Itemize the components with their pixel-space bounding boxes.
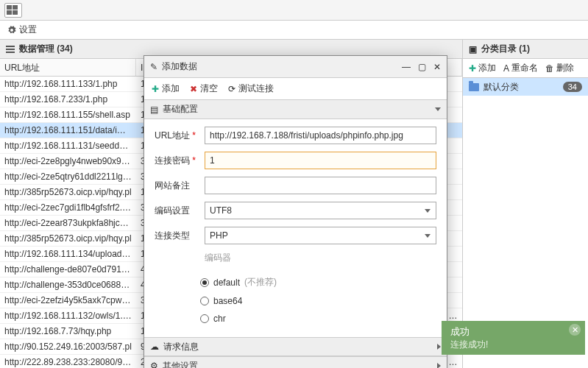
cell-url: http://challenge-353d0ce0688ff1b	[0, 278, 136, 291]
settings-bar: 设置	[0, 21, 588, 40]
cell-url: http://192.168.111.132/owls/1.ph	[0, 309, 136, 322]
cell-url: http://challenge-de807e0d791db4	[0, 263, 136, 276]
right-panel-header: ▣ 分类目录 (1)	[463, 40, 588, 59]
section-other-settings[interactable]: ⚙其他设置	[144, 356, 447, 368]
lbl-note: 网站备注	[155, 180, 199, 192]
lbl-pwd: 连接密码 *	[155, 155, 199, 167]
spinner-icon: ⟳	[228, 84, 235, 94]
radio-default[interactable]: default (不推荐)	[200, 276, 436, 289]
cell-url: http://eci-2zear873ukpkfa8hjcdj.c	[0, 216, 136, 230]
cell-url: http://192.168.111.131/seeddms5	[0, 139, 136, 152]
encoding-select[interactable]	[205, 202, 436, 219]
lbl-enc: 编码设置	[155, 205, 199, 217]
radio-chr[interactable]: chr	[200, 314, 436, 324]
gear-icon	[7, 26, 16, 35]
chevron-right-icon	[437, 363, 441, 368]
gear-icon: ⚙	[150, 361, 158, 368]
cell-url: http://192.168.111.151/data/imag	[0, 124, 136, 137]
radio-icon	[200, 278, 209, 287]
cell-url: http://192.168.111.155/shell.asp	[0, 108, 136, 121]
dialog-titlebar[interactable]: ✎添加数据 — ▢ ✕	[144, 56, 447, 78]
type-select[interactable]	[205, 227, 436, 244]
add-data-dialog: ✎添加数据 — ▢ ✕ ✚添加 ✖清空 ⟳测试连接 ▤基础配置 URL地址 * …	[144, 55, 447, 368]
cloud-icon: ☁	[150, 342, 159, 352]
cell-url: http://222.89.238.233:28080/99.p	[0, 355, 136, 368]
cell-url: http://192.168.111.134/uploads/p	[0, 247, 136, 261]
col-url[interactable]: URL地址	[0, 59, 136, 76]
dialog-title: 添加数据	[162, 60, 197, 73]
edit-icon: ✎	[150, 62, 157, 72]
maximize-icon[interactable]: ▢	[418, 62, 426, 72]
folder-icon	[469, 83, 479, 91]
lbl-type: 连接类型	[155, 230, 199, 242]
delete-category-button[interactable]: 🗑删除	[545, 62, 574, 74]
chevron-down-icon	[425, 209, 431, 213]
minimize-icon[interactable]: —	[402, 62, 411, 72]
chevron-down-icon	[435, 107, 441, 111]
category-label: 默认分类	[483, 81, 519, 93]
radio-icon	[200, 297, 209, 305]
toast-message: 连接成功!	[450, 339, 488, 351]
cell-url: http://192.168.111.133/1.php	[0, 77, 136, 91]
url-input[interactable]	[205, 127, 436, 144]
category-toolbar: ✚添加 A重命名 🗑删除	[463, 59, 588, 78]
cell-url: http://192.168.7.73/hqy.php	[0, 325, 136, 338]
dlg-clear-button[interactable]: ✖清空	[190, 82, 218, 95]
top-toolbar	[0, 0, 588, 21]
cell-url: http://90.152.249.16:2003/587.pl	[0, 340, 136, 353]
lbl-encoder: 编码器	[205, 252, 231, 264]
rename-category-button[interactable]: A重命名	[503, 62, 538, 74]
toast-close-button[interactable]: ✕	[569, 324, 581, 336]
success-toast: 成功 连接成功! ✕	[442, 321, 585, 355]
category-count-badge: 34	[563, 82, 582, 92]
radio-base64[interactable]: base64	[200, 296, 436, 306]
note-input[interactable]	[205, 177, 436, 194]
category-item-default[interactable]: 默认分类 34	[463, 78, 588, 96]
lbl-url: URL地址 *	[155, 130, 199, 142]
close-icon[interactable]: ✕	[433, 62, 441, 72]
radio-icon	[200, 314, 209, 323]
cell-url: http://eci-2ze8pgly4nweb90x95op	[0, 155, 136, 168]
dialog-toolbar: ✚添加 ✖清空 ⟳测试连接	[144, 78, 447, 100]
cell-url: http://192.168.7.233/1.php	[0, 93, 136, 106]
left-panel-title: 数据管理 (34)	[19, 43, 73, 55]
doc-icon: ▤	[150, 105, 158, 115]
chevron-right-icon	[437, 344, 441, 350]
cell-url: http://eci-2zec7gdi1flb4gfsfrf2.clo	[0, 201, 136, 214]
app-grid-icon[interactable]	[4, 3, 22, 18]
dlg-add-button[interactable]: ✚添加	[152, 82, 180, 95]
cell-url: http://eci-2ze5qtry61ddl2211lgs.c	[0, 170, 136, 183]
cell-url: http://385rp52673.oicp.vip/hqy.pl	[0, 185, 136, 199]
list-icon	[6, 46, 15, 53]
section-base-config[interactable]: ▤基础配置	[144, 100, 447, 119]
folder-icon: ▣	[469, 44, 477, 54]
section-request-info[interactable]: ☁请求信息	[144, 337, 447, 356]
password-input[interactable]	[205, 152, 436, 169]
toast-title: 成功	[450, 325, 488, 339]
settings-label[interactable]: 设置	[19, 24, 37, 36]
dlg-test-button[interactable]: ⟳测试连接	[228, 82, 274, 95]
right-panel-title: 分类目录 (1)	[481, 43, 530, 55]
add-category-button[interactable]: ✚添加	[469, 62, 496, 74]
category-panel: ▣ 分类目录 (1) ✚添加 A重命名 🗑删除 默认分类 34	[463, 40, 588, 368]
chevron-down-icon	[425, 234, 431, 238]
cell-url: http://385rp52673.oicp.vip/hqy.pl	[0, 232, 136, 245]
cell-url: http://eci-2zefzi4y5k5axk7cpwgm.	[0, 294, 136, 307]
